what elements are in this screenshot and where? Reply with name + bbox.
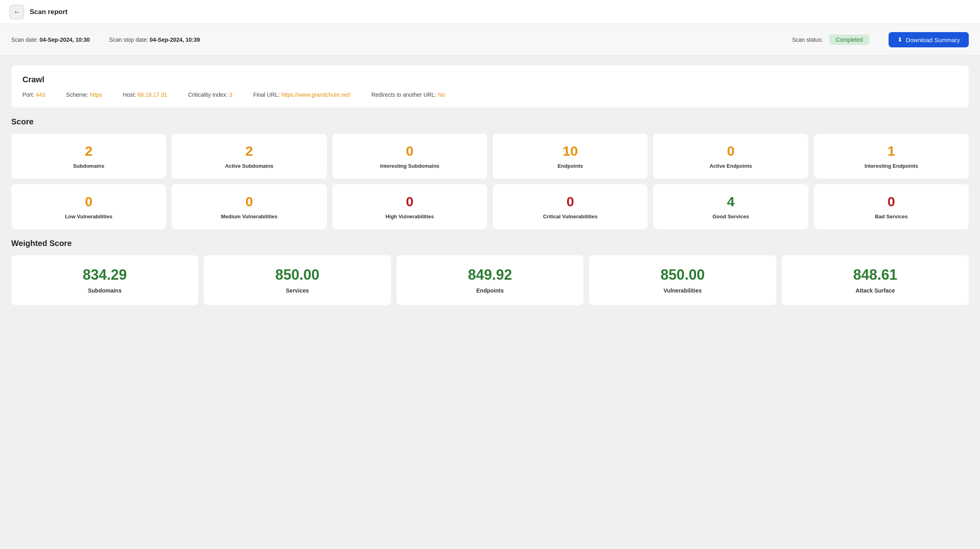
score-card: 0Active Endpoints bbox=[653, 134, 808, 179]
weighted-card: 849.92Endpoints bbox=[397, 255, 583, 305]
score-card-label: Good Services bbox=[713, 214, 749, 220]
weighted-card-value: 849.92 bbox=[468, 266, 512, 283]
score-card-label: Medium Vulnerabilities bbox=[221, 214, 277, 220]
score-card: 0Low Vulnerabilities bbox=[11, 184, 166, 229]
crawl-port: Port: 443 bbox=[22, 92, 45, 98]
weighted-card-value: 850.00 bbox=[660, 266, 705, 283]
score-card-label: Active Subdomains bbox=[225, 163, 273, 169]
page-title: Scan report bbox=[30, 8, 67, 16]
crawl-redirects: Redirects to another URL: No bbox=[371, 92, 445, 98]
crawl-redirects-value: No bbox=[438, 92, 445, 98]
scan-date: Scan date: 04-Sep-2024, 10:30 bbox=[11, 37, 90, 43]
score-card-value: 1 bbox=[887, 143, 895, 159]
crawl-port-value: 443 bbox=[36, 92, 45, 98]
score-card-label: Low Vulnerabilities bbox=[65, 214, 112, 220]
score-card-label: Endpoints bbox=[557, 163, 583, 169]
score-card-label: Active Endpoints bbox=[709, 163, 752, 169]
weighted-card-value: 834.29 bbox=[83, 266, 127, 283]
crawl-section: Crawl Port: 443 Scheme: https Host: 66.1… bbox=[11, 65, 969, 108]
score-row2: 0Low Vulnerabilities0Medium Vulnerabilit… bbox=[11, 184, 969, 229]
score-card-value: 0 bbox=[406, 194, 413, 209]
back-button[interactable]: ← bbox=[10, 5, 24, 19]
score-title: Score bbox=[11, 117, 969, 126]
score-card-value: 2 bbox=[245, 143, 253, 159]
score-card-value: 0 bbox=[245, 194, 253, 209]
scan-stop-value: 04-Sep-2024, 10:39 bbox=[150, 37, 200, 43]
scan-status-area: Scan status: Completed ⬇ Download Summar… bbox=[792, 32, 969, 47]
score-card-value: 0 bbox=[567, 194, 574, 209]
scan-date-value: 04-Sep-2024, 10:30 bbox=[40, 37, 90, 43]
score-card-value: 2 bbox=[85, 143, 93, 159]
score-card: 10Endpoints bbox=[493, 134, 648, 179]
scan-stop-date: Scan stop date: 04-Sep-2024, 10:39 bbox=[109, 37, 200, 43]
score-card: 1Interesting Endpoints bbox=[814, 134, 969, 179]
crawl-scheme: Scheme: https bbox=[66, 92, 102, 98]
score-card: 0Medium Vulnerabilities bbox=[172, 184, 326, 229]
score-card-value: 0 bbox=[727, 143, 735, 159]
score-card-value: 0 bbox=[406, 143, 413, 159]
crawl-details: Port: 443 Scheme: https Host: 66.18.17.3… bbox=[22, 92, 958, 98]
score-card-label: Critical Vulnerabilities bbox=[543, 214, 597, 220]
weighted-section: Weighted Score 834.29Subdomains850.00Ser… bbox=[11, 239, 969, 305]
crawl-host-value: 66.18.17.31 bbox=[138, 92, 167, 98]
weighted-card: 834.29Subdomains bbox=[11, 255, 198, 305]
score-card: 0High Vulnerabilities bbox=[332, 184, 487, 229]
score-card-label: Interesting Subdomains bbox=[380, 163, 439, 169]
crawl-criticality: Criticality Index: 3 bbox=[188, 92, 233, 98]
weighted-title: Weighted Score bbox=[11, 239, 969, 248]
weighted-card-label: Attack Surface bbox=[856, 287, 895, 294]
weighted-card-label: Services bbox=[286, 287, 309, 294]
score-card-label: Bad Services bbox=[875, 214, 908, 220]
weighted-card-label: Endpoints bbox=[476, 287, 504, 294]
status-badge: Completed bbox=[829, 35, 869, 45]
score-card: 0Bad Services bbox=[814, 184, 969, 229]
crawl-criticality-value: 3 bbox=[229, 92, 233, 98]
score-card-label: Subdomains bbox=[73, 163, 104, 169]
weighted-card-value: 850.00 bbox=[275, 266, 320, 283]
weighted-card-label: Vulnerabilities bbox=[664, 287, 702, 294]
score-section: Score 2Subdomains2Active Subdomains0Inte… bbox=[11, 117, 969, 229]
weighted-card: 848.61Attack Surface bbox=[782, 255, 969, 305]
weighted-card: 850.00Services bbox=[204, 255, 391, 305]
crawl-scheme-value: https bbox=[90, 92, 102, 98]
top-bar: ← Scan report bbox=[0, 0, 980, 24]
score-card-value: 10 bbox=[563, 143, 578, 159]
weighted-card-value: 848.61 bbox=[853, 266, 897, 283]
crawl-host: Host: 66.18.17.31 bbox=[123, 92, 167, 98]
download-summary-button[interactable]: ⬇ Download Summary bbox=[889, 32, 969, 47]
back-icon: ← bbox=[14, 8, 20, 16]
score-card: 0Critical Vulnerabilities bbox=[493, 184, 648, 229]
weighted-card: 850.00Vulnerabilities bbox=[589, 255, 776, 305]
weighted-cards: 834.29Subdomains850.00Services849.92Endp… bbox=[11, 255, 969, 305]
score-card: 2Subdomains bbox=[11, 134, 166, 179]
score-card: 0Interesting Subdomains bbox=[332, 134, 487, 179]
score-card-value: 0 bbox=[85, 194, 93, 209]
score-card-value: 4 bbox=[727, 194, 735, 209]
main-content: Crawl Port: 443 Scheme: https Host: 66.1… bbox=[0, 56, 980, 324]
score-card-value: 0 bbox=[887, 194, 895, 209]
crawl-final-url: Final URL: https://www.grandchute.net/ bbox=[253, 92, 350, 98]
score-card: 4Good Services bbox=[653, 184, 808, 229]
score-row1: 2Subdomains2Active Subdomains0Interestin… bbox=[11, 134, 969, 179]
download-icon: ⬇ bbox=[897, 36, 903, 43]
score-card-label: Interesting Endpoints bbox=[865, 163, 918, 169]
scan-status-label: Scan status: bbox=[792, 37, 823, 43]
crawl-final-url-value[interactable]: https://www.grandchute.net/ bbox=[281, 92, 350, 98]
weighted-card-label: Subdomains bbox=[88, 287, 121, 294]
score-card-label: High Vulnerabilities bbox=[385, 214, 434, 220]
meta-bar: Scan date: 04-Sep-2024, 10:30 Scan stop … bbox=[0, 24, 980, 56]
score-card: 2Active Subdomains bbox=[172, 134, 326, 179]
crawl-title: Crawl bbox=[22, 75, 958, 84]
